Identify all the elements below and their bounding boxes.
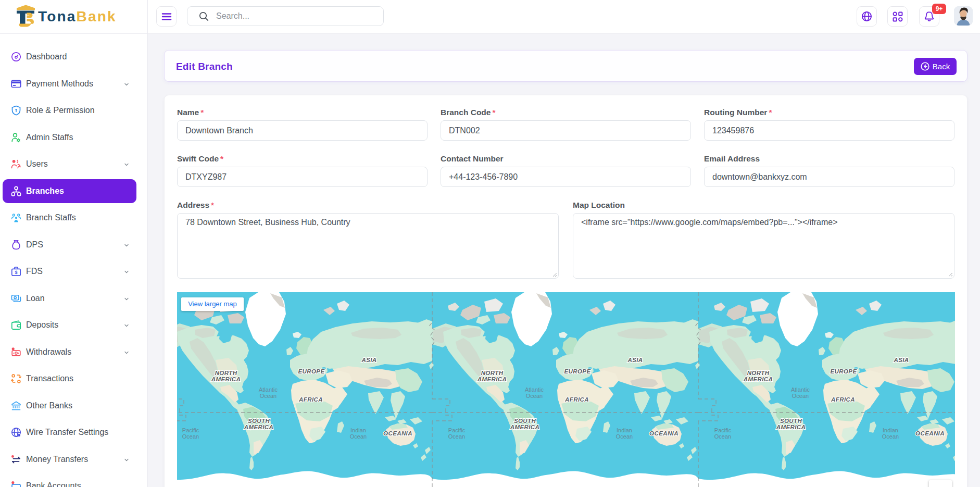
svg-text:$: $	[15, 270, 17, 275]
